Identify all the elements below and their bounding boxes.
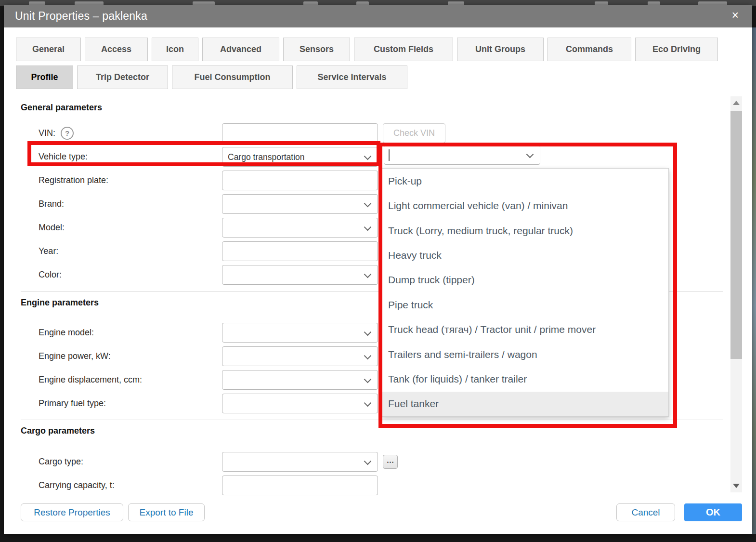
brand-select[interactable]	[222, 194, 378, 214]
vin-input[interactable]	[222, 123, 378, 143]
unit-properties-dialog: Unit Properties – paklenka × General Acc…	[4, 5, 752, 534]
export-to-file-button[interactable]: Export to File	[128, 503, 205, 521]
dropdown-option-heavy-truck[interactable]: Heavy truck	[382, 243, 668, 267]
chevron-down-icon	[364, 199, 372, 207]
carrying-capacity-label: Carrying capacity, t:	[39, 480, 222, 490]
tab-profile[interactable]: Profile	[16, 66, 73, 89]
engine-model-label: Engine model:	[39, 328, 222, 338]
primary-fuel-select[interactable]	[222, 394, 378, 413]
tab-unit-groups[interactable]: Unit Groups	[457, 38, 544, 61]
chevron-down-icon	[364, 375, 372, 383]
cancel-button[interactable]: Cancel	[616, 503, 675, 521]
vin-label: VIN: ?	[39, 127, 222, 140]
chevron-down-icon	[364, 223, 372, 231]
close-icon[interactable]: ×	[731, 9, 739, 21]
tab-sensors[interactable]: Sensors	[283, 38, 350, 61]
form-row-vehicle-type: Vehicle type: Cargo transportation	[21, 145, 723, 169]
engine-power-label: Engine power, kW:	[39, 351, 222, 361]
dropdown-option-pipe-truck[interactable]: Pipe truck	[382, 292, 668, 317]
tab-access[interactable]: Access	[85, 38, 148, 61]
vehicle-subtype-dropdown: Pick-up Light commercial vehicle (van) /…	[382, 168, 669, 417]
ok-button[interactable]: OK	[684, 503, 742, 521]
color-select[interactable]	[222, 265, 378, 285]
form-row-cargo-type: Cargo type: …	[21, 450, 723, 474]
tab-trip-detector[interactable]: Trip Detector	[77, 66, 168, 89]
tab-row-1: General Access Icon Advanced Sensors Cus…	[16, 38, 752, 61]
scroll-up-arrow-icon[interactable]	[733, 101, 740, 105]
registration-plate-label: Registration plate:	[39, 175, 222, 185]
vehicle-type-value: Cargo transportation	[228, 152, 305, 162]
year-label: Year:	[39, 246, 222, 256]
vehicle-type-label: Vehicle type:	[39, 152, 222, 162]
dropdown-option-dump-truck[interactable]: Dump truck (tipper)	[382, 268, 668, 292]
engine-displacement-label: Engine displacement, ccm:	[39, 375, 222, 385]
background-map-sliver	[752, 27, 756, 534]
tab-bar: General Access Icon Advanced Sensors Cus…	[4, 27, 752, 96]
dialog-titlebar: Unit Properties – paklenka ×	[4, 5, 752, 27]
color-label: Color:	[39, 270, 222, 280]
form-row-vin: VIN: ? Check VIN	[21, 121, 723, 145]
cargo-type-select[interactable]	[222, 452, 378, 472]
model-label: Model:	[39, 223, 222, 233]
dropdown-option-tank[interactable]: Tank (for liquids) / tanker trailer	[382, 367, 668, 391]
registration-plate-input[interactable]	[222, 171, 378, 190]
chevron-down-icon	[364, 270, 372, 278]
vehicle-subtype-combobox[interactable]	[384, 145, 540, 165]
text-cursor	[389, 149, 390, 161]
help-icon[interactable]: ?	[61, 127, 74, 140]
engine-model-select[interactable]	[222, 323, 378, 343]
restore-properties-button[interactable]: Restore Properties	[21, 503, 123, 521]
dropdown-option-truck[interactable]: Truck (Lorry, medium truck, regular truc…	[382, 218, 668, 243]
tab-commands[interactable]: Commands	[547, 38, 631, 61]
scroll-down-arrow-icon[interactable]	[733, 484, 740, 488]
year-input[interactable]	[222, 241, 378, 261]
section-heading-general: General parameters	[21, 103, 723, 113]
chevron-down-icon	[526, 150, 534, 158]
tab-custom-fields[interactable]: Custom Fields	[354, 38, 453, 61]
engine-power-select[interactable]	[222, 346, 378, 366]
carrying-capacity-input[interactable]	[222, 476, 378, 495]
dropdown-option-trailers[interactable]: Trailers and semi-trailers / wagon	[382, 342, 668, 367]
tab-service-intervals[interactable]: Service Intervals	[297, 66, 407, 89]
chevron-down-icon	[364, 352, 372, 359]
engine-displacement-select[interactable]	[222, 370, 378, 390]
dialog-title: Unit Properties – paklenka	[4, 10, 147, 23]
tab-fuel-consumption[interactable]: Fuel Consumption	[172, 66, 293, 89]
chevron-down-icon	[364, 328, 372, 336]
tab-advanced[interactable]: Advanced	[202, 38, 279, 61]
vertical-scrollbar[interactable]	[730, 96, 742, 492]
chevron-down-icon	[364, 457, 372, 465]
dropdown-option-light-commercial[interactable]: Light commercial vehicle (van) / minivan	[382, 193, 668, 218]
vehicle-type-select[interactable]: Cargo transportation	[222, 147, 378, 167]
dropdown-option-truck-head[interactable]: Truck head (тягач) / Tractor unit / prim…	[382, 317, 668, 342]
cargo-type-more-button[interactable]: …	[383, 455, 398, 469]
section-heading-cargo: Cargo parameters	[21, 426, 723, 436]
check-vin-button[interactable]: Check VIN	[383, 123, 445, 143]
section-divider	[21, 420, 723, 420]
tab-general[interactable]: General	[16, 38, 81, 61]
dropdown-option-pick-up[interactable]: Pick-up	[382, 169, 668, 193]
chevron-down-icon	[364, 152, 372, 160]
model-select[interactable]	[222, 218, 378, 238]
form-row-carrying-capacity: Carrying capacity, t:	[21, 474, 723, 497]
tab-eco-driving[interactable]: Eco Driving	[635, 38, 718, 61]
cargo-type-label: Cargo type:	[39, 457, 222, 467]
primary-fuel-label: Primary fuel type:	[39, 398, 222, 409]
brand-label: Brand:	[39, 199, 222, 209]
tab-row-2: Profile Trip Detector Fuel Consumption S…	[16, 66, 752, 89]
tab-icon[interactable]: Icon	[152, 38, 198, 61]
dialog-footer: Restore Properties Export to File Cancel…	[4, 503, 752, 521]
scrollbar-thumb[interactable]	[730, 111, 742, 359]
dropdown-option-fuel-tanker[interactable]: Fuel tanker	[382, 392, 668, 416]
chevron-down-icon	[364, 399, 372, 407]
